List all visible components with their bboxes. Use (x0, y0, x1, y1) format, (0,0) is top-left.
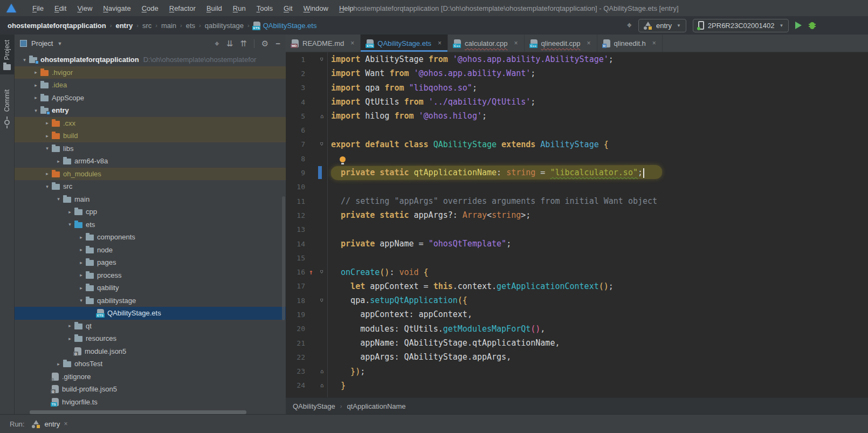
code-line-23[interactable]: 23⌂ }); (286, 365, 868, 379)
tree-row-process[interactable]: ▸process (15, 269, 286, 282)
tree-chevron-icon[interactable]: ▸ (54, 159, 63, 164)
code-line-20[interactable]: 20 modules: QtUtils.getModulesMapForQt()… (286, 322, 868, 336)
fold-marker-icon[interactable]: ⌂ (317, 382, 327, 388)
breadcrumb-member[interactable]: qtApplicationName (347, 402, 405, 410)
expand-all-icon[interactable]: ⇊ (226, 39, 233, 49)
tree-chevron-icon[interactable]: ▾ (31, 108, 40, 113)
tree-row-arm64-v8a[interactable]: ▸arm64-v8a (15, 155, 286, 168)
fold-marker-icon[interactable]: ⌂ (317, 368, 327, 374)
tree-horizontal-scrollbar[interactable] (30, 410, 246, 414)
code-line-3[interactable]: 3import qpa from "libqohos.so"; (286, 81, 868, 95)
tree-row-build-profile-json5[interactable]: {}build-profile.json5 (15, 383, 286, 396)
code-line-15[interactable]: 15 (286, 251, 868, 265)
collapse-all-icon[interactable]: ⇈ (240, 39, 247, 49)
menu-item-code[interactable]: Code (136, 4, 164, 12)
tree-chevron-icon[interactable]: ▸ (43, 120, 52, 126)
code-line-21[interactable]: 21 appName: QAbilityStage.qtApplicationN… (286, 336, 868, 350)
tree-chevron-icon[interactable]: ▸ (77, 235, 86, 240)
breadcrumb-file[interactable]: ETSQAbilityStage.ets (253, 22, 317, 30)
tree-row-module-json5[interactable]: {}module.json5 (15, 345, 286, 358)
close-icon[interactable]: × (514, 39, 518, 47)
tree-row--cxx[interactable]: ▸.cxx (15, 117, 286, 130)
run-tab-entry[interactable]: entry × (32, 420, 67, 428)
tree-row-resources[interactable]: ▸resources (15, 332, 286, 345)
select-opened-file-icon[interactable]: ⌖ (215, 39, 219, 49)
tool-window-tab-commit[interactable]: Commit (0, 84, 14, 132)
fold-marker-icon[interactable]: ⌂ (317, 113, 327, 119)
tree-chevron-icon[interactable]: ▸ (77, 260, 86, 265)
code-line-17[interactable]: 17 let appContext = this.context.getAppl… (286, 279, 868, 293)
code-line-4[interactable]: 4import QtUtils from '../qability/QtUtil… (286, 95, 868, 109)
menu-item-git[interactable]: Git (278, 4, 298, 12)
tree-row--hvigor[interactable]: ▸.hvigor (15, 66, 286, 79)
fold-marker-icon[interactable]: ⌂ (317, 298, 327, 304)
breadcrumb-class[interactable]: QAbilityStage (293, 402, 335, 410)
tree-row--gitignore[interactable]: ⊘.gitignore (15, 370, 286, 383)
editor-tab-qlineedit-cpp[interactable]: C++qlineedit.cpp× (525, 35, 597, 52)
tree-row--idea[interactable]: ▸.idea (15, 79, 286, 92)
menu-item-window[interactable]: Window (298, 4, 334, 12)
tree-chevron-icon[interactable]: ▸ (77, 272, 86, 278)
menu-item-run[interactable]: Run (228, 4, 251, 12)
tree-row-qabilitystage[interactable]: ▾qabilitystage (15, 294, 286, 307)
code-line-13[interactable]: 13 (286, 223, 868, 237)
tree-row-hvigorfile-ts[interactable]: TShvigorfile.ts (15, 396, 286, 409)
breadcrumb-segment[interactable]: main (161, 22, 176, 30)
tree-chevron-icon[interactable]: ▸ (43, 171, 52, 176)
breadcrumb-segment[interactable]: src (142, 22, 151, 30)
tree-row-qabilitystage-ets[interactable]: ETSQAbilityStage.ets (15, 307, 286, 320)
code-line-1[interactable]: 1⌂import AbilityStage from '@ohos.app.ab… (286, 52, 868, 66)
menu-item-view[interactable]: View (72, 4, 98, 12)
editor-tab-qlineedit-h[interactable]: Hqlineedit.h× (597, 35, 663, 52)
code-line-25[interactable]: 25 (286, 393, 868, 397)
code-line-12[interactable]: 12 private static appArgs?: Array<string… (286, 208, 868, 222)
tree-chevron-icon[interactable]: ▾ (65, 222, 74, 227)
code-line-2[interactable]: 2import Want from '@ohos.app.ability.Wan… (286, 66, 868, 80)
tree-row-ohostemplateforqtapplication[interactable]: ▾ohostemplateforqtapplicationD:\oh\ohost… (15, 53, 286, 66)
close-icon[interactable]: × (350, 39, 354, 47)
code-line-16[interactable]: 16↑⌂ onCreate(): void { (286, 265, 868, 279)
tree-row-ets[interactable]: ▾ets (15, 218, 286, 231)
tree-chevron-icon[interactable]: ▸ (77, 285, 86, 291)
tree-chevron-icon[interactable]: ▸ (31, 95, 40, 100)
breadcrumb-segment[interactable]: ohostemplateforqtapplication (8, 22, 106, 30)
debug-button[interactable] (808, 22, 816, 30)
menu-item-edit[interactable]: Edit (49, 4, 72, 12)
tree-row-libs[interactable]: ▾libs (15, 142, 286, 155)
tree-row-main[interactable]: ▾main (15, 193, 286, 206)
tree-vertical-scrollbar[interactable] (282, 196, 285, 320)
code-line-14[interactable]: 14 private appName = "ohosQtTemplate"; (286, 237, 868, 251)
override-marker-icon[interactable]: ↑ (305, 268, 317, 276)
tree-chevron-icon[interactable]: ▸ (43, 133, 52, 139)
tree-row-oh-modules[interactable]: ▸oh_modules (15, 168, 286, 181)
code-line-10[interactable]: 10 (286, 180, 868, 194)
code-line-8[interactable]: 8 (286, 152, 868, 166)
locate-target-icon[interactable]: ⌖ (627, 20, 632, 30)
code-line-18[interactable]: 18⌂ qpa.setupQtApplication({ (286, 293, 868, 307)
tree-chevron-icon[interactable]: ▾ (20, 57, 29, 63)
tree-chevron-icon[interactable]: ▸ (65, 336, 74, 341)
breadcrumb-segment[interactable]: qabilitystage (205, 22, 244, 30)
project-panel-title[interactable]: Project (31, 39, 53, 47)
tree-chevron-icon[interactable]: ▸ (31, 83, 40, 88)
tree-chevron-icon[interactable]: ▸ (65, 323, 74, 328)
code-line-9[interactable]: 9 private static qtApplicationName: stri… (286, 166, 868, 180)
code-line-7[interactable]: 7⌂export default class QAbilityStage ext… (286, 138, 868, 152)
menu-item-tools[interactable]: Tools (251, 4, 278, 12)
tree-row-cpp[interactable]: ▸cpp (15, 205, 286, 218)
tree-row-entry[interactable]: ▾entry (15, 104, 286, 117)
breadcrumb-segment[interactable]: ets (186, 22, 195, 30)
close-icon[interactable]: × (652, 39, 656, 47)
close-icon[interactable]: × (438, 39, 442, 47)
tree-row-components[interactable]: ▸components (15, 231, 286, 244)
tree-chevron-icon[interactable]: ▾ (54, 196, 63, 202)
menu-item-build[interactable]: Build (201, 4, 228, 12)
tree-row-appscope[interactable]: ▸AppScope (15, 92, 286, 105)
tree-row-src[interactable]: ▾src (15, 180, 286, 193)
tree-chevron-icon[interactable]: ▸ (77, 247, 86, 252)
tree-row-node[interactable]: ▸node (15, 244, 286, 257)
code-line-22[interactable]: 22 appArgs: QAbilityStage.appArgs, (286, 350, 868, 364)
editor-tab-readme-md[interactable]: MDREADME.md× (286, 35, 361, 52)
fold-marker-icon[interactable]: ⌂ (317, 57, 327, 63)
code-line-24[interactable]: 24⌂ } (286, 379, 868, 393)
